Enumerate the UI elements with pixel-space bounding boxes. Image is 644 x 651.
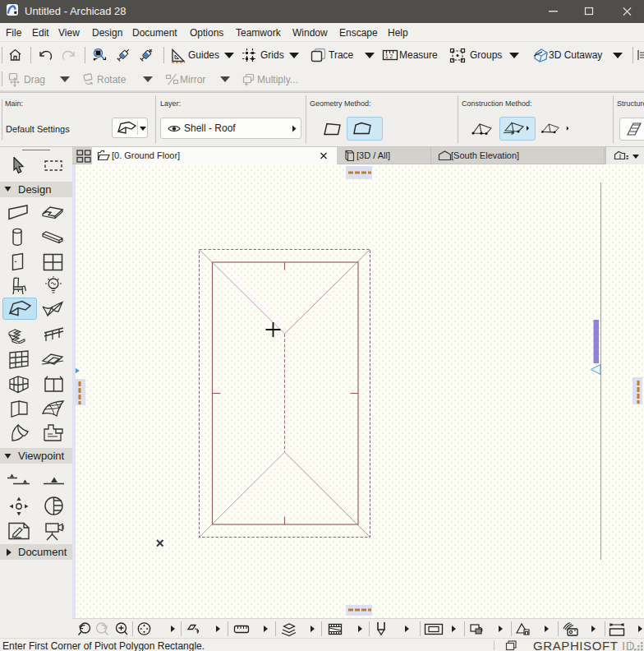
svg-text:1 2: 1 2 — [385, 53, 393, 59]
